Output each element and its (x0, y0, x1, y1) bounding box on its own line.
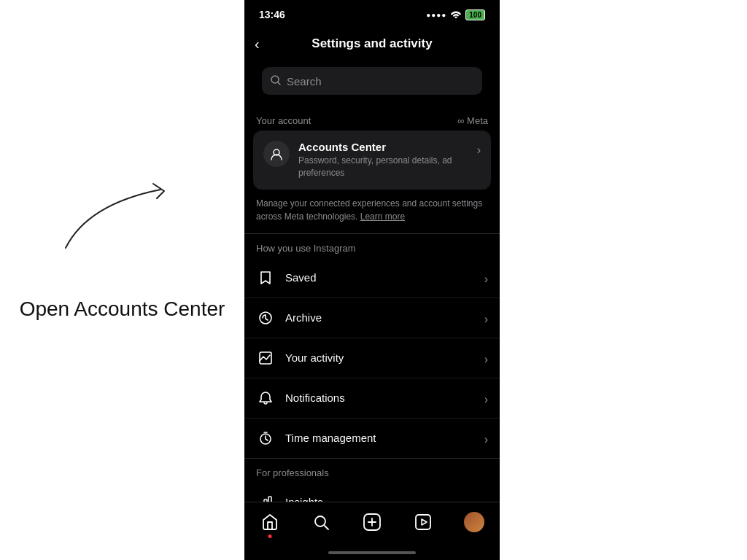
svg-rect-8 (268, 497, 271, 502)
svg-line-15 (325, 526, 328, 529)
notifications-item[interactable]: Notifications › (244, 378, 500, 419)
archive-item[interactable]: Archive › (244, 298, 500, 338)
nav-profile[interactable] (460, 508, 489, 537)
search-icon (271, 75, 281, 88)
home-indicator (244, 545, 500, 560)
profile-avatar (464, 512, 484, 532)
your-account-section-header: Your account ∞ Meta (244, 106, 500, 131)
your-activity-item[interactable]: Your activity › (244, 338, 500, 378)
wifi-icon (450, 9, 462, 20)
status-bar: 13:46 ●●●● 100 (244, 0, 500, 26)
saved-chevron: › (484, 273, 488, 286)
reels-icon (414, 513, 432, 531)
saved-label: Saved (285, 271, 317, 284)
insights-item[interactable]: Insights › (244, 483, 500, 502)
accounts-center-subtitle: Password, security, personal details, ad… (298, 155, 477, 179)
nav-add[interactable] (357, 508, 387, 537)
phone-container: 13:46 ●●●● 100 ‹ Settings and activity S… (244, 0, 500, 560)
home-bar (328, 551, 416, 554)
content-scroll[interactable]: Your account ∞ Meta Accounts Center Pass… (244, 101, 500, 502)
annotation-text: Open Accounts Center (20, 296, 225, 322)
annotation-area: Open Accounts Center (0, 0, 244, 560)
saved-item[interactable]: Saved › (244, 258, 500, 298)
saved-icon (256, 268, 275, 287)
insights-label: Insights (285, 496, 323, 502)
battery-icon: 100 (465, 9, 485, 20)
archive-label: Archive (285, 311, 322, 324)
nav-search-icon (312, 513, 330, 531)
status-time: 13:46 (259, 9, 285, 20)
home-dot (268, 534, 272, 538)
how-you-use-label: How you use Instagram (256, 243, 356, 254)
search-placeholder: Search (287, 75, 322, 88)
your-activity-icon (256, 349, 275, 368)
learn-more-link[interactable]: Learn more (360, 211, 405, 222)
meta-logo: ∞ Meta (457, 115, 488, 126)
bottom-nav (244, 502, 500, 545)
your-account-label: Your account (256, 115, 311, 126)
page-title: Settings and activity (311, 36, 432, 51)
archive-icon (256, 308, 275, 327)
for-professionals-label: For professionals (256, 467, 329, 478)
your-activity-chevron: › (484, 353, 488, 366)
notifications-label: Notifications (285, 392, 345, 404)
accounts-center-title: Accounts Center (298, 141, 477, 153)
home-icon (261, 513, 279, 531)
notifications-icon (256, 389, 275, 408)
arrow-icon (44, 146, 204, 262)
accounts-center-left: Accounts Center Password, security, pers… (263, 141, 477, 179)
accounts-center-icon (263, 141, 290, 167)
header: ‹ Settings and activity (244, 26, 500, 61)
your-activity-label: Your activity (285, 351, 344, 364)
how-you-use-section-header: How you use Instagram (244, 234, 500, 258)
status-icons: ●●●● 100 (426, 9, 485, 20)
svg-point-14 (315, 516, 325, 526)
nav-reels[interactable] (409, 508, 438, 537)
signal-icon: ●●●● (426, 11, 446, 19)
svg-marker-20 (422, 519, 427, 525)
notifications-chevron: › (484, 393, 488, 406)
archive-chevron: › (484, 313, 488, 326)
svg-line-1 (278, 82, 280, 85)
svg-rect-19 (416, 515, 430, 529)
nav-home[interactable] (255, 508, 285, 537)
add-icon (363, 513, 382, 532)
accounts-center-item[interactable]: Accounts Center Password, security, pers… (253, 131, 491, 190)
accounts-center-description: Manage your connected experiences and ac… (244, 190, 500, 234)
time-management-label: Time management (285, 432, 376, 444)
back-button[interactable]: ‹ (255, 36, 260, 52)
right-blank (500, 0, 747, 560)
time-management-item[interactable]: Time management › (244, 419, 500, 459)
accounts-center-info: Accounts Center Password, security, pers… (298, 141, 477, 179)
accounts-center-chevron: › (477, 144, 481, 157)
time-management-icon (256, 429, 275, 448)
for-professionals-section-header: For professionals (244, 459, 500, 483)
nav-search[interactable] (306, 508, 336, 537)
search-bar[interactable]: Search (262, 67, 482, 95)
insights-icon (256, 493, 275, 502)
time-management-chevron: › (484, 433, 488, 446)
